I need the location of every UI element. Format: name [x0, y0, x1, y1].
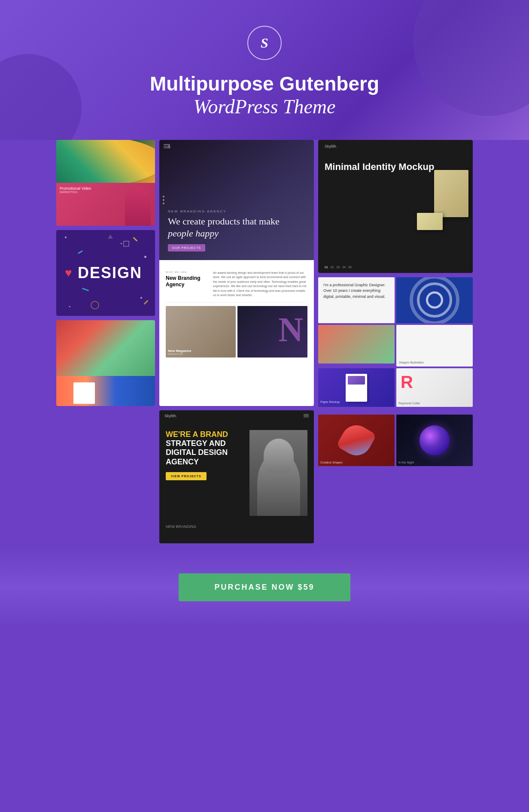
bottom-section: PURCHASE NOW $59 [0, 548, 529, 627]
nav-dot-3 [163, 203, 164, 204]
gd-shapes-text: Shapes Illustration [399, 361, 424, 364]
gd-main-text: I'm a professional Graphic Designer. Ove… [323, 282, 389, 300]
hero-section: S Multipurpose Gutenberg WordPress Theme [0, 0, 529, 140]
gd-paper-mockup[interactable]: Paper Mockup [318, 368, 395, 407]
bottom-center-content: WE'RE A BRAND STRATEGY AND DIGITAL DESIG… [159, 421, 314, 524]
hero-title-italic: WordPress Theme [9, 95, 520, 118]
bottom-menu-line-1 [304, 414, 309, 415]
art-card[interactable] [56, 320, 155, 406]
bottom-view-btn[interactable]: VIEW PROJECTS [166, 472, 207, 480]
nav-dot-1 [163, 196, 164, 197]
gd-sculpture-card[interactable] [318, 325, 395, 364]
img-label-main: New Magazine [168, 349, 192, 353]
bottom-center-logo: Skylith. [164, 414, 177, 418]
raymond-r-letter: R [401, 373, 413, 392]
main-grid: Promotional Video MARKETING [9, 140, 520, 548]
mockup-card [417, 213, 443, 230]
center-headline: NEW BRANDING AGENCY We create products t… [168, 209, 280, 251]
right-column: Skylith. Minimal Identity Mockup 01 02 0… [318, 140, 473, 543]
logo-letter: S [261, 35, 268, 51]
gd-shapes-card[interactable]: Shapes Illustration [396, 325, 473, 367]
night-card[interactable]: In the Night [396, 415, 473, 466]
design-card[interactable]: ♥ DESIGN [56, 230, 155, 316]
promo-video-card[interactable]: Promotional Video MARKETING [56, 140, 155, 226]
nav-dot-2 [163, 199, 164, 201]
headline-text: We create products that make [168, 216, 280, 227]
minimal-header: Skylith. [318, 140, 473, 153]
minimal-mockup-preview [417, 161, 468, 230]
bottom-center-card[interactable]: Skylith. WE'RE A BRAND STRATEGY AND DIGI… [159, 410, 314, 543]
bottom-center-header: Skylith. [159, 410, 314, 421]
dog-head [264, 439, 294, 473]
night-sphere [420, 425, 450, 455]
bottom-menu-line-2 [304, 415, 309, 416]
center-headline-tag: NEW BRANDING AGENCY [168, 209, 280, 213]
mockup-book [434, 170, 468, 217]
girl-silhouette [125, 187, 151, 226]
center-cta-btn[interactable]: OUR PROJECTS [168, 244, 205, 251]
minimal-nav-01[interactable]: 01 [325, 266, 328, 269]
center-website-mockup[interactable]: S NEW BRANDING AGENCY We create products… [159, 140, 314, 406]
graphic-designer-grid: I'm a professional Graphic Designer. Ove… [318, 277, 473, 410]
minimal-nav-04[interactable]: 04 [342, 266, 346, 269]
bottom-menu-line-3 [304, 417, 309, 417]
minimal-nav-05[interactable]: 05 [348, 266, 352, 269]
tropical-leaf [56, 140, 155, 183]
logo-circle: S [247, 26, 282, 60]
paper-mockup-white [346, 374, 367, 402]
purchase-button[interactable]: PURCHASE NOW $59 [179, 573, 350, 601]
paper-label: Paper Mockup [320, 400, 340, 403]
center-column: S NEW BRANDING AGENCY We create products… [159, 140, 314, 543]
minimal-logo: Skylith. [325, 144, 337, 148]
art-sculpture [56, 320, 155, 376]
raymond-label: Raymond Collar [398, 402, 420, 405]
minimal-nav-row: 01 02 03 04 05 [325, 266, 352, 269]
n-letter: N [278, 310, 303, 349]
center-nav-dots [163, 196, 164, 204]
bottom-menu-icon [304, 414, 309, 417]
center-logo: S [168, 144, 170, 149]
creative-label: Creative Shapes [320, 461, 343, 464]
abstract-shape [336, 420, 377, 461]
gd-raymond-card[interactable]: R Raymond Collar [396, 368, 473, 407]
promo-label: Promotional Video [60, 186, 91, 191]
inner-circle [426, 291, 443, 309]
center-who-tag: WHO WE ARE [166, 271, 209, 273]
minimal-nav-03[interactable]: 03 [337, 266, 340, 269]
gd-circles-card[interactable] [396, 277, 473, 323]
bottom-right-grid: Creative Shapes In the Night [318, 415, 473, 466]
gd-main-card[interactable]: I'm a professional Graphic Designer. Ove… [318, 277, 395, 323]
art-bottom [56, 376, 155, 406]
grid-section: Promotional Video MARKETING [0, 140, 529, 548]
minimal-nav-02[interactable]: 02 [331, 266, 334, 269]
bottom-center-text: WE'RE A BRAND STRATEGY AND DIGITAL DESIG… [166, 430, 243, 516]
hero-title-bold: Multipurpose Gutenberg [9, 73, 520, 95]
bottom-brand-subtitle: STRATEGY AND DIGITAL DESIGN AGENCY [166, 439, 243, 467]
center-who-section: WHO WE ARE New Branding Agency An award-… [166, 267, 307, 303]
creative-shapes-card[interactable]: Creative Shapes [318, 415, 395, 466]
mockup-cover [348, 376, 365, 385]
center-images-row: New Magazine MARKETING N [166, 306, 307, 358]
bottom-new-branding: NEW BRANDING [159, 524, 314, 529]
paper-label-row: Paper Mockup [320, 397, 340, 405]
design-text: DESIGN [78, 264, 142, 282]
concentric-circles [413, 279, 456, 321]
minimal-identity-card[interactable]: Skylith. Minimal Identity Mockup 01 02 0… [318, 140, 473, 273]
design-heart-icon: ♥ [65, 266, 72, 280]
promo-sublabel: MARKETING [60, 191, 78, 194]
art-white-block [73, 382, 95, 404]
left-column: Promotional Video MARKETING [56, 140, 155, 543]
bottom-center-dog [249, 430, 307, 516]
bottom-brand-tag: WE'RE A BRAND [166, 430, 243, 439]
center-content: WHO WE ARE New Branding Agency An award-… [159, 260, 314, 364]
center-who-left: WHO WE ARE New Branding Agency [166, 271, 209, 298]
promo-video-bottom: Promotional Video MARKETING [56, 183, 155, 226]
center-header: S NEW BRANDING AGENCY We create products… [159, 140, 314, 260]
promo-video-top [56, 140, 155, 183]
center-headline-main: We create products that make people happ… [168, 215, 280, 240]
headline-italic: people happy [168, 228, 219, 239]
center-img-person: N [237, 306, 307, 358]
center-img-tablet: New Magazine MARKETING [166, 306, 236, 358]
center-img-label-1: New Magazine MARKETING [168, 349, 192, 355]
center-who-title: New Branding Agency [166, 275, 209, 288]
